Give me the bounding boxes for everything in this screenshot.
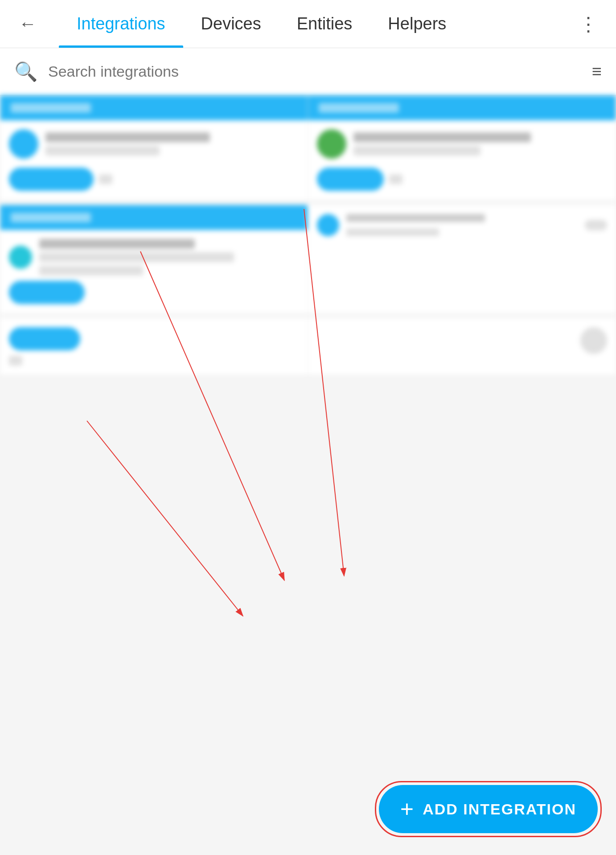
add-integration-label: ADD INTEGRATION — [423, 801, 576, 818]
integration-card-left-top — [0, 95, 308, 200]
header: ← Integrations Devices Entities Helpers … — [0, 0, 616, 48]
back-icon: ← — [19, 14, 37, 34]
svg-line-3 — [304, 209, 344, 576]
annotation-arrows — [0, 95, 616, 855]
integration-card-left-bot — [0, 318, 308, 374]
back-button[interactable]: ← — [14, 11, 41, 37]
integration-card-left-mid — [0, 205, 308, 313]
fab-area: + ADD INTEGRATION — [0, 766, 616, 855]
integration-card-right-top — [308, 95, 616, 200]
search-icon: 🔍 — [14, 61, 37, 82]
svg-line-1 — [87, 421, 243, 616]
nav-tabs: Integrations Devices Entities Helpers — [59, 0, 575, 48]
tab-entities[interactable]: Entities — [279, 0, 370, 48]
search-bar: 🔍 ≡ — [0, 48, 616, 95]
more-menu-button[interactable]: ⋮ — [575, 11, 602, 37]
svg-line-2 — [140, 251, 284, 580]
filter-icon[interactable]: ≡ — [592, 62, 602, 81]
search-input[interactable] — [48, 63, 592, 80]
plus-icon: + — [400, 797, 414, 821]
more-icon: ⋮ — [579, 12, 598, 35]
integration-card-right-bot — [308, 318, 616, 374]
integrations-list — [0, 95, 616, 374]
tab-helpers[interactable]: Helpers — [370, 0, 464, 48]
main-content — [0, 95, 616, 855]
integration-card-right-mid — [308, 205, 616, 313]
tab-devices[interactable]: Devices — [183, 0, 279, 48]
tab-integrations[interactable]: Integrations — [59, 0, 183, 48]
fab-highlight-border: + ADD INTEGRATION — [375, 781, 602, 837]
add-integration-button[interactable]: + ADD INTEGRATION — [379, 785, 598, 833]
